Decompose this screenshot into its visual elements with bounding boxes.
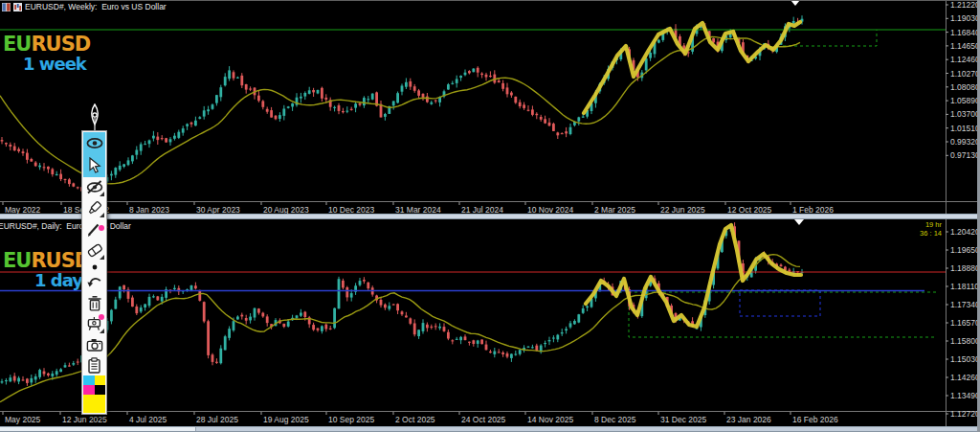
svg-text:1.15030: 1.15030 (950, 354, 980, 364)
watermark-timeframe: 1 week (23, 56, 90, 73)
weekly-chart-titlebar: EURUSD#, Weekly: Euro vs US Dollar (2, 2, 167, 11)
svg-text:22 Jun 2025: 22 Jun 2025 (660, 205, 705, 215)
flyout-corner (100, 255, 104, 260)
trash-icon (87, 295, 102, 311)
svg-text:10 Dec 2023: 10 Dec 2023 (328, 205, 374, 215)
svg-text:May 2025: May 2025 (5, 415, 41, 424)
daily-watermark: EURUSD 1 day (3, 251, 90, 289)
pen-tool-button[interactable] (83, 218, 105, 239)
marker-tool-button[interactable] (83, 197, 105, 218)
cursor-arrow-icon (87, 157, 102, 173)
scrollbar-thumb[interactable] (0, 427, 196, 431)
svg-text:1.08080: 1.08080 (950, 82, 980, 92)
svg-text:1.14650: 1.14650 (950, 41, 980, 51)
undo-arrow-icon (86, 276, 102, 290)
candle-countdown-timer: 19 hr 36 : 14 (920, 220, 942, 238)
screenshot-button[interactable] (83, 334, 105, 354)
svg-text:8 Jan 2023: 8 Jan 2023 (129, 205, 169, 215)
flyout-corner (100, 329, 104, 333)
svg-text:21 Jul 2024: 21 Jul 2024 (461, 205, 503, 215)
svg-text:31 Mar 2024: 31 Mar 2024 (395, 205, 441, 215)
hide-annotations-button[interactable] (83, 177, 105, 197)
svg-text:0.97130: 0.97130 (950, 150, 980, 160)
camera-icon (86, 338, 103, 352)
svg-text:1.18880: 1.18880 (950, 263, 980, 273)
svg-text:1.13490: 1.13490 (950, 391, 980, 400)
svg-text:2 Mar 2025: 2 Mar 2025 (594, 205, 635, 215)
palette-color-black[interactable] (95, 385, 106, 395)
bottom-chart-scrollbar[interactable] (0, 426, 980, 432)
svg-text:10 Sep 2025: 10 Sep 2025 (328, 415, 374, 424)
mini-chart-icon (13, 3, 22, 11)
top-chart-scrollbar[interactable] (0, 214, 980, 219)
eraser-tool-button[interactable] (83, 239, 105, 261)
undo-button[interactable] (83, 273, 105, 292)
palette-color-cyan[interactable] (83, 375, 95, 385)
svg-text:1.19650: 1.19650 (950, 245, 980, 255)
svg-text:4 Jul 2025: 4 Jul 2025 (129, 415, 167, 424)
daily-chart-titlebar: EURUSD#, Daily: Euro vs US Dollar (0, 221, 131, 231)
svg-text:1.12720: 1.12720 (950, 409, 980, 419)
palette-color-yellow[interactable] (95, 375, 106, 385)
svg-text:1 Feb 2026: 1 Feb 2026 (792, 205, 834, 215)
svg-text:28 Jul 2025: 28 Jul 2025 (196, 415, 238, 424)
svg-text:1.14260: 1.14260 (950, 373, 980, 382)
clipboard-button[interactable] (83, 354, 105, 375)
svg-text:2 Oct 2025: 2 Oct 2025 (395, 415, 435, 424)
svg-text:1.03700: 1.03700 (950, 109, 980, 119)
svg-text:31 Dec 2025: 31 Dec 2025 (660, 415, 706, 424)
whiteboard-tool-button[interactable] (83, 313, 105, 334)
svg-text:12 Oct 2025: 12 Oct 2025 (727, 205, 772, 215)
show-annotations-button[interactable] (83, 132, 105, 153)
svg-text:May 2022: May 2022 (5, 205, 41, 215)
svg-text:1.16570: 1.16570 (950, 318, 980, 328)
current-color-swatch[interactable] (83, 395, 105, 413)
svg-text:12 Jun 2025: 12 Jun 2025 (62, 415, 107, 424)
svg-text:30 Apr 2023: 30 Apr 2023 (196, 205, 240, 215)
mt4-workspace: { "window": { "app_hint": "MetaTrader ch… (0, 0, 980, 432)
svg-text:19 Aug 2025: 19 Aug 2025 (263, 415, 309, 424)
svg-text:1.16840: 1.16840 (950, 28, 980, 37)
svg-text:0.99320: 0.99320 (950, 137, 980, 147)
pen-nib-indicator[interactable] (80, 103, 108, 130)
svg-text:23 Jan 2026: 23 Jan 2026 (726, 415, 771, 424)
svg-text:1.15800: 1.15800 (950, 336, 980, 346)
eye-icon (86, 137, 103, 149)
svg-text:1.12460: 1.12460 (950, 55, 980, 64)
pen-size-button[interactable] (83, 261, 105, 273)
svg-text:8 Dec 2025: 8 Dec 2025 (594, 415, 636, 424)
select-tool-button[interactable] (83, 153, 105, 177)
svg-text:1.19030: 1.19030 (950, 13, 980, 23)
watermark-symbol: EURUSD (3, 251, 90, 271)
window-tile-icon (2, 3, 11, 11)
pen-color-badge (99, 225, 104, 231)
daily-chart-window: 1.204201.196501.188801.181101.173401.165… (0, 219, 980, 426)
flyout-corner (100, 192, 104, 196)
pen-nib-icon (84, 103, 105, 130)
svg-text:1.18110: 1.18110 (950, 282, 979, 291)
weekly-watermark: EURUSD 1 week (3, 34, 90, 73)
window-top-border (0, 0, 980, 1)
svg-text:14 Nov 2025: 14 Nov 2025 (527, 415, 573, 424)
clipboard-icon (87, 357, 101, 374)
watermark-symbol: EURUSD (3, 34, 90, 55)
daily-chart-title: EURUSD#, Daily: Euro vs US Dollar (0, 221, 131, 231)
svg-text:1.01510: 1.01510 (950, 124, 980, 133)
svg-text:24 Oct 2025: 24 Oct 2025 (461, 415, 506, 424)
whiteboard-color-badge (99, 314, 104, 320)
toolbar-panel (81, 130, 107, 415)
weekly-chart-plot[interactable]: 1.212201.190301.168401.146501.124601.102… (0, 0, 980, 214)
flyout-corner (100, 213, 104, 217)
svg-text:1.20420: 1.20420 (950, 227, 980, 237)
size-dot-icon (91, 263, 99, 271)
daily-chart-plot[interactable]: 1.204201.196501.188801.181101.173401.165… (0, 219, 980, 426)
svg-text:1.17340: 1.17340 (950, 300, 980, 309)
svg-text:1.10270: 1.10270 (950, 69, 980, 79)
weekly-chart-window: 1.212201.190301.168401.146501.124601.102… (0, 0, 980, 214)
weekly-chart-title: EURUSD#, Weekly: Euro vs US Dollar (25, 2, 167, 11)
clear-all-button[interactable] (83, 292, 105, 313)
svg-text:10 Nov 2024: 10 Nov 2024 (527, 205, 573, 215)
svg-text:1.21220: 1.21220 (950, 0, 980, 10)
palette-color-magenta[interactable] (83, 385, 95, 395)
annotation-toolbar (80, 103, 108, 415)
